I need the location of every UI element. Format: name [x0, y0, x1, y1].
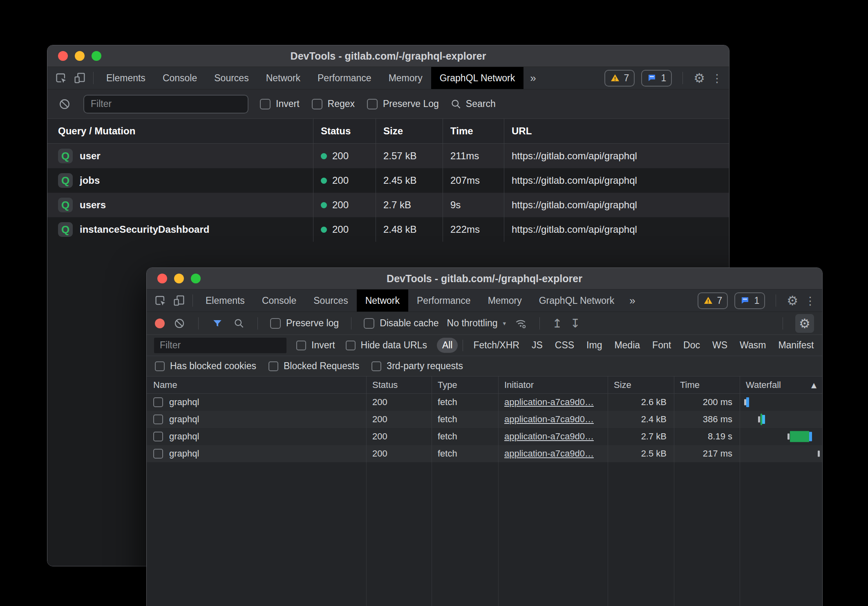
zoom-button[interactable] [92, 51, 101, 61]
column-header-status[interactable]: Status [366, 377, 432, 393]
settings-gear-icon[interactable]: ⚙ [694, 71, 705, 85]
disable-cache-checkbox[interactable]: Disable cache [364, 318, 438, 329]
type-filter-ws[interactable]: WS [707, 338, 733, 353]
invert-checkbox[interactable]: Invert [260, 98, 300, 109]
type-filter-js[interactable]: JS [526, 338, 548, 353]
type-filter-wasm[interactable]: Wasm [734, 338, 771, 353]
tab-network[interactable]: Network [357, 290, 408, 312]
type-filter-manifest[interactable]: Manifest [773, 338, 819, 353]
column-header-url[interactable]: URL [504, 119, 729, 143]
type-filter-font[interactable]: Font [647, 338, 676, 353]
issues-badge[interactable]: 1 [734, 292, 765, 309]
3rd-party-requests-checkbox[interactable]: 3rd-party requests [371, 361, 463, 372]
has-blocked-cookies-checkbox[interactable]: Has blocked cookies [155, 361, 256, 372]
more-tabs-icon[interactable]: » [623, 290, 642, 312]
column-header-query-mutation[interactable]: Query / Mutation [47, 119, 313, 143]
warnings-badge[interactable]: 7 [698, 292, 728, 309]
issues-badge[interactable]: 1 [641, 70, 672, 87]
tab-memory[interactable]: Memory [380, 67, 431, 89]
minimize-button[interactable] [75, 51, 85, 61]
table-row[interactable]: graphql200fetchapplication-a7ca9d0…2.6 k… [147, 394, 822, 411]
more-options-icon[interactable]: ⋮ [805, 294, 816, 307]
zoom-button[interactable] [191, 274, 201, 283]
preserve-log-checkbox[interactable]: Preserve Log [367, 98, 439, 109]
inspect-element-icon[interactable] [51, 69, 70, 87]
table-row[interactable]: Qjobs2002.45 kB207mshttps://gitlab.com/a… [47, 168, 729, 193]
minimize-button[interactable] [174, 274, 184, 283]
tab-graphql-network[interactable]: GraphQL Network [431, 67, 524, 89]
column-header-name[interactable]: Name [147, 377, 366, 393]
export-har-icon[interactable]: ↧ [570, 316, 580, 330]
type-filter-css[interactable]: CSS [550, 338, 579, 353]
initiator-link[interactable]: application-a7ca9d0… [504, 414, 594, 425]
column-header-initiator[interactable]: Initiator [498, 377, 608, 393]
settings-gear-icon[interactable]: ⚙ [787, 293, 798, 308]
type-filter-doc[interactable]: Doc [678, 338, 705, 353]
more-options-icon[interactable]: ⋮ [711, 72, 723, 85]
filter-funnel-icon[interactable] [211, 317, 224, 330]
search-icon[interactable] [232, 317, 245, 330]
column-header-time[interactable]: Time [443, 119, 504, 143]
initiator-link[interactable]: application-a7ca9d0… [504, 431, 594, 442]
preserve-log-checkbox[interactable]: Preserve log [270, 318, 339, 329]
initiator-link[interactable]: application-a7ca9d0… [504, 448, 594, 459]
record-network-log-icon[interactable] [155, 319, 165, 328]
type-filter-all[interactable]: All [437, 338, 458, 353]
table-row[interactable]: QinstanceSecurityDashboard2002.48 kB222m… [47, 217, 729, 242]
tab-sources[interactable]: Sources [305, 290, 356, 312]
tab-network[interactable]: Network [257, 67, 309, 89]
tab-elements[interactable]: Elements [98, 67, 154, 89]
regex-checkbox[interactable]: Regex [312, 98, 355, 109]
tab-memory[interactable]: Memory [479, 290, 530, 312]
close-button[interactable] [58, 51, 68, 61]
import-har-icon[interactable]: ↥ [552, 316, 562, 330]
tab-performance[interactable]: Performance [309, 67, 380, 89]
device-toolbar-icon[interactable] [70, 69, 89, 87]
column-header-type[interactable]: Type [432, 377, 498, 393]
table-row[interactable]: Quser2002.57 kB211mshttps://gitlab.com/a… [47, 144, 729, 168]
type-filter-img[interactable]: Img [581, 338, 607, 353]
invert-checkbox[interactable]: Invert [296, 340, 335, 351]
network-settings-button[interactable]: ⚙ [795, 314, 814, 333]
search-control[interactable]: Search [450, 98, 496, 109]
row-checkbox[interactable] [153, 432, 163, 441]
close-button[interactable] [157, 274, 167, 283]
network-conditions-icon[interactable] [514, 317, 527, 330]
clear-icon[interactable] [57, 95, 72, 113]
device-toolbar-icon[interactable] [170, 292, 188, 310]
column-header-size[interactable]: Size [608, 377, 674, 393]
row-checkbox[interactable] [153, 397, 163, 407]
warnings-badge[interactable]: 7 [604, 70, 635, 87]
tab-console[interactable]: Console [154, 67, 206, 89]
type-filter-fetch-xhr[interactable]: Fetch/XHR [468, 338, 524, 353]
column-header-waterfall[interactable]: Waterfall▲ [740, 377, 822, 393]
type-filter-other[interactable]: Other [821, 338, 823, 353]
initiator-cell: application-a7ca9d0… [498, 411, 608, 428]
type-filter-media[interactable]: Media [609, 338, 645, 353]
tab-elements[interactable]: Elements [197, 290, 253, 312]
clear-icon[interactable] [173, 317, 186, 330]
tab-console[interactable]: Console [253, 290, 305, 312]
inspect-element-icon[interactable] [151, 292, 170, 310]
table-row[interactable]: graphql200fetchapplication-a7ca9d0…2.7 k… [147, 428, 822, 445]
table-row[interactable]: graphql200fetchapplication-a7ca9d0…2.5 k… [147, 445, 822, 462]
table-row[interactable]: Qusers2002.7 kB9shttps://gitlab.com/api/… [47, 193, 729, 217]
column-header-status[interactable]: Status [313, 119, 376, 143]
titlebar[interactable]: DevTools - gitlab.com/-/graphql-explorer [147, 268, 822, 290]
more-tabs-icon[interactable]: » [523, 67, 542, 89]
tab-graphql-network[interactable]: GraphQL Network [530, 290, 623, 312]
hide-data-urls-checkbox[interactable]: Hide data URLs [346, 340, 427, 351]
tab-sources[interactable]: Sources [206, 67, 257, 89]
filter-input[interactable] [83, 95, 248, 114]
column-header-time[interactable]: Time [674, 377, 740, 393]
throttling-select[interactable]: No throttling ▾ [447, 318, 506, 329]
row-checkbox[interactable] [153, 414, 163, 424]
blocked-requests-checkbox[interactable]: Blocked Requests [268, 361, 359, 372]
row-checkbox[interactable] [153, 449, 163, 459]
tab-performance[interactable]: Performance [408, 290, 479, 312]
titlebar[interactable]: DevTools - gitlab.com/-/graphql-explorer [47, 45, 729, 67]
filter-input[interactable] [154, 338, 286, 353]
table-row[interactable]: graphql200fetchapplication-a7ca9d0…2.4 k… [147, 411, 822, 428]
initiator-link[interactable]: application-a7ca9d0… [504, 397, 594, 408]
column-header-size[interactable]: Size [376, 119, 443, 143]
